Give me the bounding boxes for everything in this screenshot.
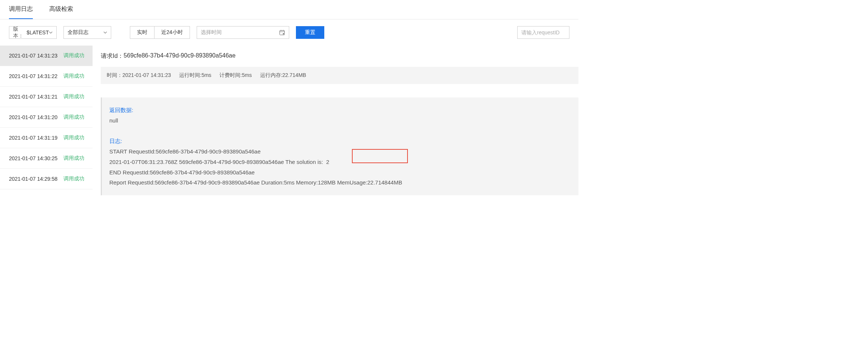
return-data-value: null xyxy=(109,115,571,126)
segment-24h[interactable]: 近24小时 xyxy=(154,27,190,38)
log-item-time: 2021-01-07 14:30:25 xyxy=(9,155,57,161)
log-item-time: 2021-01-07 14:31:21 xyxy=(9,94,57,100)
tab-0[interactable]: 调用日志 xyxy=(9,0,33,19)
stats-bar: 时间：2021-01-07 14:31:23 运行时间:5ms 计费时间:5ms… xyxy=(101,67,578,84)
stat-memory: 运行内存:22.714MB xyxy=(260,72,306,79)
log-item-time: 2021-01-07 14:31:19 xyxy=(9,135,57,141)
log-item-status: 调用成功 xyxy=(63,114,84,121)
log-list-item[interactable]: 2021-01-07 14:31:19调用成功 xyxy=(0,128,93,148)
log-item-time: 2021-01-07 14:31:22 xyxy=(9,73,57,79)
log-item-status: 调用成功 xyxy=(63,52,84,59)
time-segment-group: 实时 近24小时 xyxy=(130,26,190,39)
request-id-label: 请求Id： xyxy=(101,52,124,60)
logtype-value: 全部日志 xyxy=(68,29,88,36)
log-item-status: 调用成功 xyxy=(63,155,84,162)
segment-realtime[interactable]: 实时 xyxy=(130,27,154,38)
version-label: 版本： xyxy=(13,26,25,39)
log-list-item[interactable]: 2021-01-07 14:30:25调用成功 xyxy=(0,148,93,169)
tab-1[interactable]: 高级检索 xyxy=(49,0,73,19)
stat-runtime: 运行时间:5ms xyxy=(179,72,211,79)
request-id-line: 请求Id： 569cfe86-37b4-479d-90c9-893890a546… xyxy=(101,46,578,67)
return-data-label: 返回数据: xyxy=(109,105,571,115)
log-body: 返回数据: null 日志: START RequestId:569cfe86-… xyxy=(101,97,578,195)
calendar-icon xyxy=(279,30,285,35)
log-list-item[interactable]: 2021-01-07 14:31:23调用成功 xyxy=(0,46,93,66)
log-item-time: 2021-01-07 14:31:20 xyxy=(9,114,57,120)
log-item-status: 调用成功 xyxy=(63,73,84,80)
log-list-item[interactable]: 2021-01-07 14:31:21调用成功 xyxy=(0,87,93,107)
log-line: END RequestId:569cfe86-37b4-479d-90c9-89… xyxy=(109,167,571,178)
log-list-item[interactable]: 2021-01-07 14:31:22调用成功 xyxy=(0,66,93,87)
log-item-time: 2021-01-07 14:29:58 xyxy=(9,176,57,182)
log-detail: 请求Id： 569cfe86-37b4-479d-90c9-893890a546… xyxy=(93,46,578,195)
search-request-id-input[interactable] xyxy=(517,26,569,39)
log-line: 2021-01-07T06:31:23.768Z 569cfe86-37b4-4… xyxy=(109,157,571,167)
log-section-label: 日志: xyxy=(109,136,571,146)
log-list: 2021-01-07 14:31:23调用成功2021-01-07 14:31:… xyxy=(0,46,93,195)
reset-button[interactable]: 重置 xyxy=(296,26,324,39)
request-id-value: 569cfe86-37b4-479d-90c9-893890a546ae xyxy=(124,52,235,60)
version-value: $LATEST xyxy=(26,30,49,35)
version-select[interactable]: 版本： $LATEST xyxy=(9,26,57,39)
tabs-bar: 调用日志高级检索 xyxy=(0,0,578,19)
chevron-down-icon xyxy=(103,31,107,34)
log-item-status: 调用成功 xyxy=(63,93,84,100)
highlight-annotation xyxy=(352,149,408,163)
chevron-down-icon xyxy=(49,31,53,34)
log-item-time: 2021-01-07 14:31:23 xyxy=(9,53,57,59)
log-line: Report RequestId:569cfe86-37b4-479d-90c9… xyxy=(109,177,571,188)
log-list-item[interactable]: 2021-01-07 14:31:20调用成功 xyxy=(0,107,93,128)
stat-time: 时间：2021-01-07 14:31:23 xyxy=(107,72,171,79)
date-range-input[interactable]: 选择时间 xyxy=(197,26,289,39)
log-line: START RequestId:569cfe86-37b4-479d-90c9-… xyxy=(109,146,571,157)
svg-rect-4 xyxy=(283,33,284,34)
log-item-status: 调用成功 xyxy=(63,176,84,182)
log-list-item[interactable]: 2021-01-07 14:29:58调用成功 xyxy=(0,169,93,189)
stat-billed: 计费时间:5ms xyxy=(219,72,252,79)
filter-bar: 版本： $LATEST 全部日志 实时 近24小时 选择时间 重置 xyxy=(0,19,578,46)
logtype-select[interactable]: 全部日志 xyxy=(63,26,111,39)
log-item-status: 调用成功 xyxy=(63,134,84,141)
date-placeholder: 选择时间 xyxy=(201,29,222,36)
